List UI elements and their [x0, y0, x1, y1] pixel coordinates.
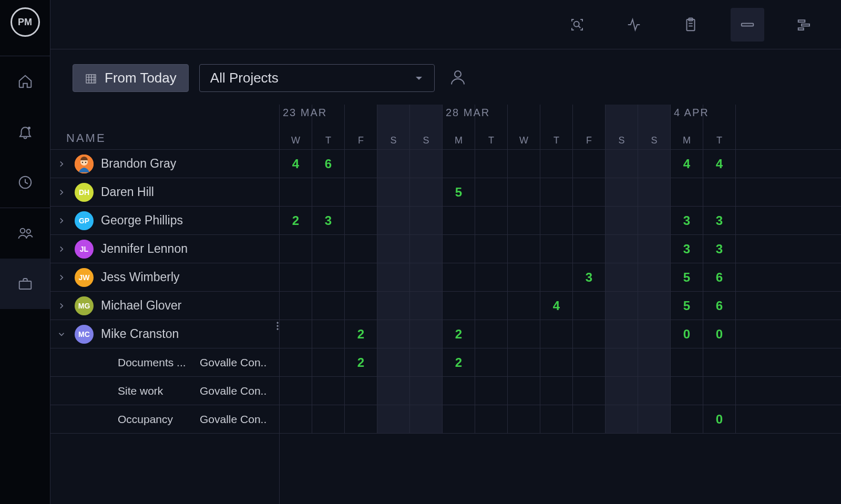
- calendar-cell[interactable]: [280, 178, 312, 206]
- calendar-cell[interactable]: [345, 235, 377, 263]
- calendar-cell[interactable]: 2: [443, 320, 475, 348]
- calendar-cell[interactable]: 3: [671, 235, 703, 263]
- view-board[interactable]: [674, 8, 707, 42]
- calendar-cell[interactable]: [540, 235, 573, 263]
- calendar-cell[interactable]: [606, 178, 638, 206]
- calendar-cell[interactable]: [606, 235, 638, 263]
- calendar-cell[interactable]: [377, 235, 410, 263]
- nav-home[interactable]: [0, 56, 50, 107]
- calendar-cell[interactable]: [638, 150, 671, 178]
- calendar-cell[interactable]: [377, 377, 410, 405]
- calendar-cell[interactable]: [443, 235, 475, 263]
- calendar-cell[interactable]: [671, 178, 703, 206]
- calendar-cell[interactable]: [606, 263, 638, 291]
- calendar-cell[interactable]: [638, 292, 671, 320]
- calendar-cell[interactable]: [377, 320, 410, 348]
- expand-toggle[interactable]: [56, 187, 67, 198]
- calendar-cell[interactable]: [280, 377, 312, 405]
- calendar-cell[interactable]: [508, 377, 540, 405]
- calendar-cell[interactable]: [671, 377, 703, 405]
- calendar-cell[interactable]: [573, 292, 606, 320]
- nav-recent[interactable]: [0, 157, 50, 208]
- calendar-cell[interactable]: [475, 320, 508, 348]
- calendar-cell[interactable]: [377, 207, 410, 234]
- calendar-cell[interactable]: [280, 320, 312, 348]
- calendar-cell[interactable]: 2: [280, 207, 312, 234]
- calendar-cell[interactable]: [443, 150, 475, 178]
- calendar-cell[interactable]: [540, 377, 573, 405]
- calendar-cell[interactable]: [410, 320, 443, 348]
- calendar-cell[interactable]: [312, 178, 345, 206]
- calendar-cell[interactable]: [377, 405, 410, 433]
- calendar-cell[interactable]: 3: [703, 207, 736, 234]
- calendar-cell[interactable]: [475, 150, 508, 178]
- calendar-cell[interactable]: [345, 292, 377, 320]
- calendar-cell[interactable]: [443, 207, 475, 234]
- calendar-cell[interactable]: [573, 150, 606, 178]
- view-workload[interactable]: [731, 8, 764, 42]
- calendar-cell[interactable]: [508, 405, 540, 433]
- person-row[interactable]: GPGeorge Phillips: [50, 207, 279, 235]
- calendar-cell[interactable]: [573, 235, 606, 263]
- expand-toggle[interactable]: [56, 215, 67, 227]
- calendar-cell[interactable]: [410, 405, 443, 433]
- view-gantt[interactable]: [787, 8, 821, 42]
- calendar-cell[interactable]: [508, 320, 540, 348]
- calendar-cell[interactable]: [606, 377, 638, 405]
- calendar-cell[interactable]: 6: [312, 150, 345, 178]
- calendar-cell[interactable]: [508, 292, 540, 320]
- calendar-cell[interactable]: 2: [345, 320, 377, 348]
- calendar-cell[interactable]: 6: [703, 263, 736, 291]
- calendar-cell[interactable]: [443, 377, 475, 405]
- calendar-cell[interactable]: [312, 377, 345, 405]
- nav-people[interactable]: [0, 208, 50, 259]
- calendar-cell[interactable]: [573, 320, 606, 348]
- from-today-button[interactable]: From Today: [73, 64, 189, 92]
- calendar-cell[interactable]: [410, 178, 443, 206]
- calendar-cell[interactable]: [638, 320, 671, 348]
- calendar-cell[interactable]: [606, 292, 638, 320]
- calendar-cell[interactable]: [475, 377, 508, 405]
- task-row[interactable]: Documents ...Govalle Con..: [50, 348, 279, 377]
- calendar-cell[interactable]: [377, 150, 410, 178]
- calendar-cell[interactable]: 3: [573, 263, 606, 291]
- calendar-cell[interactable]: [606, 150, 638, 178]
- calendar-cell[interactable]: [410, 377, 443, 405]
- calendar-cell[interactable]: [508, 150, 540, 178]
- person-filter-button[interactable]: [448, 68, 467, 89]
- calendar-cell[interactable]: [410, 235, 443, 263]
- calendar-cell[interactable]: [573, 178, 606, 206]
- calendar-cell[interactable]: [377, 263, 410, 291]
- calendar-cell[interactable]: 4: [280, 150, 312, 178]
- calendar-cell[interactable]: [606, 207, 638, 234]
- task-row[interactable]: OccupancyGovalle Con..: [50, 405, 279, 434]
- column-resize-handle[interactable]: •••: [276, 322, 279, 331]
- calendar-cell[interactable]: 2: [345, 348, 377, 376]
- calendar-cell[interactable]: [475, 348, 508, 376]
- calendar-cell[interactable]: [280, 263, 312, 291]
- calendar-cell[interactable]: [508, 207, 540, 234]
- calendar-cell[interactable]: [377, 348, 410, 376]
- calendar-cell[interactable]: [540, 263, 573, 291]
- project-filter-select[interactable]: All Projects: [199, 64, 435, 92]
- view-search[interactable]: [560, 8, 594, 42]
- calendar-cell[interactable]: [443, 405, 475, 433]
- calendar-cell[interactable]: [638, 263, 671, 291]
- calendar-cell[interactable]: 6: [703, 292, 736, 320]
- calendar-cell[interactable]: [410, 207, 443, 234]
- calendar-cell[interactable]: [540, 405, 573, 433]
- calendar-cell[interactable]: [280, 348, 312, 376]
- calendar-cell[interactable]: 4: [540, 292, 573, 320]
- calendar-cell[interactable]: [410, 348, 443, 376]
- calendar-cell[interactable]: [312, 235, 345, 263]
- calendar-cell[interactable]: [638, 207, 671, 234]
- calendar-cell[interactable]: [312, 405, 345, 433]
- calendar-cell[interactable]: 0: [703, 320, 736, 348]
- calendar-cell[interactable]: [345, 377, 377, 405]
- calendar-cell[interactable]: [638, 348, 671, 376]
- calendar-cell[interactable]: [475, 263, 508, 291]
- calendar-cell[interactable]: 4: [671, 150, 703, 178]
- calendar-cell[interactable]: 5: [671, 263, 703, 291]
- calendar-cell[interactable]: [280, 292, 312, 320]
- calendar-cell[interactable]: [475, 235, 508, 263]
